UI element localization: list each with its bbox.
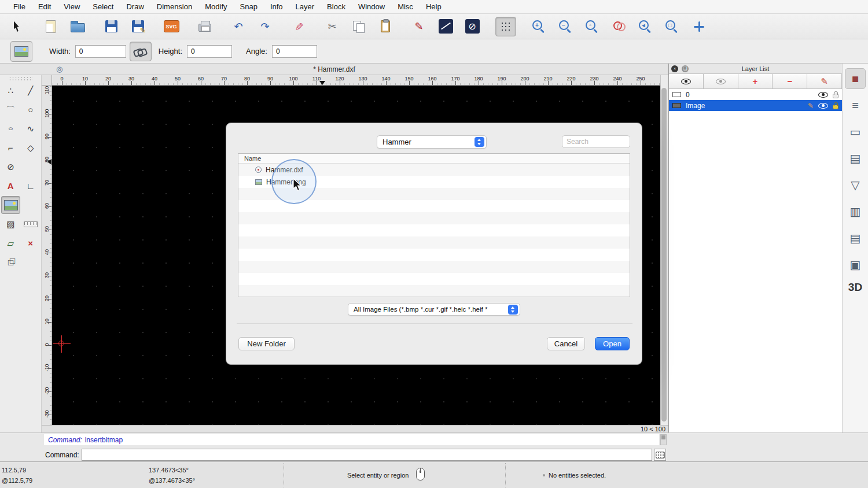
zoom-auto-button[interactable]: ▫: [582, 17, 603, 36]
menu-modify[interactable]: Modify: [198, 2, 233, 11]
polygon-tool-button[interactable]: ◇: [21, 139, 41, 157]
new-folder-button[interactable]: New Folder: [238, 337, 295, 350]
layer-visibility-icon[interactable]: [818, 92, 828, 98]
zoom-previous-button[interactable]: ◂: [635, 17, 656, 36]
vruler-tick: [47, 183, 52, 184]
insert-tool-button[interactable]: ⊘: [1, 158, 20, 176]
print-preview-button[interactable]: [194, 17, 215, 36]
hatch-tool-button[interactable]: ▨: [1, 215, 20, 233]
command-history-scrollbar[interactable]: [660, 434, 667, 445]
search-input[interactable]: [562, 135, 630, 148]
detach-panel-icon[interactable]: ❏: [682, 65, 689, 72]
dock-filter-button[interactable]: ▽: [845, 175, 866, 195]
export-svg-button[interactable]: SVG: [161, 17, 182, 36]
hruler-tick: [108, 81, 109, 85]
menu-help[interactable]: Help: [420, 2, 448, 11]
arc-tool-button[interactable]: ⌒: [1, 101, 20, 119]
paste-button[interactable]: [375, 17, 396, 36]
hruler-tick: [525, 81, 525, 85]
points-tool-button[interactable]: ∴: [1, 82, 20, 99]
copy-button[interactable]: [348, 17, 369, 36]
menu-layer[interactable]: Layer: [289, 2, 321, 11]
dock-layer-cube-button[interactable]: ■: [845, 68, 866, 89]
curve-tool-button[interactable]: ⌐: [1, 139, 20, 157]
location-combo[interactable]: Hammer: [377, 135, 487, 149]
redraw-button[interactable]: [609, 17, 630, 36]
layer-edit-icon[interactable]: ✎: [808, 102, 814, 110]
open-button[interactable]: Open: [595, 337, 630, 350]
menu-misc[interactable]: Misc: [391, 2, 420, 11]
width-input[interactable]: [75, 45, 126, 58]
modify-layer-button[interactable]: ✎: [807, 74, 842, 88]
save-as-button[interactable]: ✎: [127, 17, 148, 36]
link-dimensions-button[interactable]: [130, 42, 152, 61]
menu-draw[interactable]: Draw: [120, 2, 150, 11]
menu-view[interactable]: View: [57, 2, 86, 11]
menu-block[interactable]: Block: [321, 2, 352, 11]
line-tool-button[interactable]: ╱: [21, 82, 41, 99]
keyboard-focus-button[interactable]: [654, 449, 666, 461]
edit-pen-button[interactable]: ✎: [409, 17, 429, 36]
cancel-button[interactable]: Cancel: [547, 337, 585, 350]
dimension-tool-button[interactable]: ∟: [21, 177, 41, 195]
explode-tool-button[interactable]: ×: [21, 234, 41, 252]
zoom-in-button[interactable]: +: [529, 17, 550, 36]
spline-tool-button[interactable]: ∿: [21, 120, 41, 138]
draw-order-button[interactable]: [435, 17, 456, 36]
save-file-button[interactable]: [101, 17, 122, 36]
grid-toggle-button[interactable]: [495, 17, 516, 36]
active-image-tool-button[interactable]: [10, 41, 32, 62]
dock-clipboard-button[interactable]: ▣: [845, 254, 866, 275]
layer-row-image[interactable]: Image✎: [669, 100, 842, 111]
redo-button[interactable]: ↷: [255, 17, 275, 36]
menu-window[interactable]: Window: [352, 2, 391, 11]
height-input[interactable]: [187, 45, 232, 58]
toggle-all-visibility-button[interactable]: [669, 74, 704, 88]
zoom-pan-button[interactable]: [689, 17, 709, 36]
palette-grip-handle[interactable]: [9, 76, 33, 80]
angle-input[interactable]: [272, 45, 317, 58]
undo-button[interactable]: ↶: [228, 17, 249, 36]
solid-3d-tool-button[interactable]: □: [1, 253, 20, 271]
zoom-out-button[interactable]: −: [556, 17, 576, 36]
menu-edit[interactable]: Edit: [32, 2, 57, 11]
close-panel-icon[interactable]: ×: [671, 65, 678, 72]
dock-plain-panel-button[interactable]: ▭: [845, 121, 866, 142]
command-input[interactable]: [82, 449, 652, 461]
polyline-edit-tool-button[interactable]: ▱: [1, 234, 20, 252]
erase-button[interactable]: ✎: [288, 17, 309, 36]
vruler-tick: [47, 345, 52, 346]
add-layer-button[interactable]: +: [738, 74, 773, 88]
circle-tool-button[interactable]: ○: [21, 101, 41, 119]
menu-info[interactable]: Info: [264, 2, 289, 11]
layer-row-0[interactable]: 0: [669, 89, 842, 100]
dock-columns-button[interactable]: ▥: [845, 201, 866, 222]
palette-row: □: [0, 253, 41, 272]
remove-layer-button[interactable]: −: [773, 74, 807, 88]
ellipse-tool-button[interactable]: ○: [1, 120, 20, 138]
open-file-button[interactable]: [67, 17, 88, 36]
menu-select[interactable]: Select: [86, 2, 120, 11]
dock-entity-list-button[interactable]: ▤: [845, 148, 866, 169]
layer-lock-icon[interactable]: [833, 105, 838, 109]
layer-visibility-icon[interactable]: [818, 103, 828, 109]
image-tool-button[interactable]: [1, 196, 20, 214]
scrollbar-thumb[interactable]: [661, 88, 667, 422]
circle-void-button[interactable]: ⊘: [462, 17, 483, 36]
select-arrow-button[interactable]: [7, 17, 28, 36]
new-file-button[interactable]: [41, 17, 61, 36]
menu-dimension[interactable]: Dimension: [150, 2, 198, 11]
measure-tool-button[interactable]: [21, 215, 41, 233]
cut-button[interactable]: ✂: [322, 17, 343, 36]
layer-lock-icon[interactable]: [833, 94, 838, 98]
undo-icon: ↶: [234, 21, 242, 32]
zoom-window-button[interactable]: □: [662, 17, 683, 36]
toggle-others-visibility-button[interactable]: [704, 74, 738, 88]
text-tool-button[interactable]: A: [1, 177, 20, 195]
dock-rows-button[interactable]: ▤: [845, 228, 866, 249]
menu-snap[interactable]: Snap: [234, 2, 264, 11]
dock-block-list-button[interactable]: ≡: [845, 95, 866, 116]
canvas-vertical-scrollbar[interactable]: [660, 75, 667, 425]
menu-file[interactable]: File: [7, 2, 32, 11]
file-type-filter-combo[interactable]: All Image Files (*.bmp *.cur *.gif *.hei…: [348, 303, 520, 316]
